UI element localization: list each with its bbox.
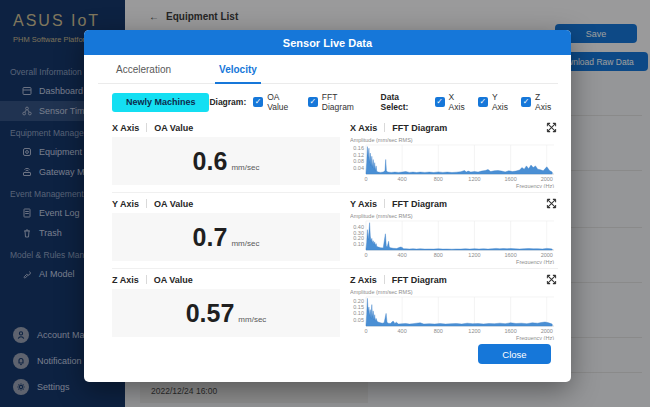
z-fft-block: Z Axis FFT Diagram Amplitude (mm/sec RMS… — [350, 272, 558, 340]
checkbox-fft-diagram[interactable]: ✓ FFT Diagram — [308, 92, 370, 112]
diagram-data-selectors: Diagram: ✓ OA Value ✓ FFT Diagram Data S… — [209, 92, 557, 112]
svg-text:Amplitude (mm/sec RMS): Amplitude (mm/sec RMS) — [350, 213, 413, 219]
header-divider — [384, 275, 385, 284]
svg-text:1600: 1600 — [504, 328, 516, 334]
svg-text:0: 0 — [364, 328, 367, 334]
x-oa-header: X Axis OA Value — [112, 120, 340, 135]
svg-text:0.04: 0.04 — [353, 165, 364, 171]
modal-title: Sensor Live Data — [283, 37, 372, 49]
z-oa-header: Z Axis OA Value — [112, 272, 340, 287]
svg-text:400: 400 — [398, 328, 407, 334]
svg-text:0.16: 0.16 — [353, 145, 364, 151]
svg-text:2000: 2000 — [541, 176, 553, 182]
oa-value-label: OA Value — [154, 123, 193, 133]
svg-text:1600: 1600 — [504, 176, 516, 182]
screen: ASUS IoT PHM Software Platform Overall I… — [0, 0, 650, 407]
y-fft-block: Y Axis FFT Diagram Amplitude (mm/sec RMS… — [350, 196, 558, 264]
checkbox-y-axis[interactable]: ✓ Y Axis — [478, 92, 514, 112]
fft-diagram-label: FFT Diagram — [392, 275, 447, 285]
svg-text:800: 800 — [434, 252, 443, 258]
y-oa-value-block: Y Axis OA Value 0.7 mm/sec — [112, 196, 340, 264]
z-fft-chart: Amplitude (mm/sec RMS)0.050.100.150.2004… — [350, 288, 557, 340]
svg-text:1200: 1200 — [468, 252, 480, 258]
svg-text:Frequency (Hz): Frequency (Hz) — [516, 183, 554, 188]
axis-label: Z Axis — [350, 275, 377, 285]
svg-text:800: 800 — [434, 328, 443, 334]
svg-text:2000: 2000 — [541, 252, 553, 258]
y-oa-header: Y Axis OA Value — [112, 196, 340, 211]
z-oa-value-block: Z Axis OA Value 0.57 mm/sec — [112, 272, 340, 340]
expand-fullscreen-icon[interactable] — [546, 122, 557, 133]
axis-label: Z Axis — [112, 275, 139, 285]
x-oa-value-panel: 0.6 mm/sec — [112, 137, 340, 185]
header-divider — [384, 199, 385, 208]
z-oa-value-panel: 0.57 mm/sec — [112, 289, 340, 337]
svg-text:0.05: 0.05 — [353, 317, 364, 323]
checkbox-x-axis[interactable]: ✓ X Axis — [435, 92, 471, 112]
svg-text:Amplitude (mm/sec RMS): Amplitude (mm/sec RMS) — [350, 289, 413, 295]
header-divider — [146, 275, 147, 284]
svg-text:1600: 1600 — [504, 252, 516, 258]
header-divider — [146, 123, 147, 132]
controls-row: Newly Machines Diagram: ✓ OA Value ✓ FFT… — [84, 84, 571, 117]
svg-text:0.08: 0.08 — [353, 158, 364, 164]
svg-text:400: 400 — [398, 176, 407, 182]
svg-text:0.20: 0.20 — [353, 298, 364, 304]
x-fft-block: X Axis FFT Diagram Amplitude (mm/sec RMS… — [350, 120, 558, 188]
checkbox-checked-icon: ✓ — [478, 97, 488, 107]
y-fft-chart: Amplitude (mm/sec RMS)0.100.200.300.4004… — [350, 212, 557, 264]
modal-header: Sensor Live Data — [84, 30, 571, 55]
diagram-label: Diagram: — [209, 97, 246, 107]
oa-unit: mm/sec — [231, 163, 259, 172]
oa-unit: mm/sec — [231, 239, 259, 248]
svg-text:0.15: 0.15 — [353, 304, 364, 310]
svg-text:0.30: 0.30 — [353, 230, 364, 236]
sensor-live-data-modal: Sensor Live Data Acceleration Velocity N… — [84, 30, 571, 382]
modal-tabs: Acceleration Velocity — [98, 55, 558, 84]
x-fft-chart: Amplitude (mm/sec RMS)0.040.080.120.1604… — [350, 136, 557, 188]
svg-text:0.10: 0.10 — [353, 310, 364, 316]
checkbox-checked-icon: ✓ — [253, 97, 263, 107]
modal-footer: Close — [478, 344, 551, 365]
expand-fullscreen-icon[interactable] — [546, 198, 557, 209]
checkbox-checked-icon: ✓ — [521, 97, 531, 107]
fft-diagram-label: FFT Diagram — [392, 123, 447, 133]
svg-text:800: 800 — [434, 176, 443, 182]
oa-value: 0.6 — [193, 137, 228, 185]
svg-text:400: 400 — [398, 252, 407, 258]
tab-velocity[interactable]: Velocity — [215, 64, 261, 84]
oa-value-label: OA Value — [154, 199, 193, 209]
x-fft-header: X Axis FFT Diagram — [350, 120, 558, 135]
oa-unit: mm/sec — [238, 315, 266, 324]
axis-label: Y Axis — [350, 199, 377, 209]
z-axis-section: Z Axis OA Value 0.57 mm/sec Z Axis FFT D… — [112, 268, 558, 344]
svg-text:1200: 1200 — [468, 176, 480, 182]
axis-label: Y Axis — [112, 199, 139, 209]
y-fft-header: Y Axis FFT Diagram — [350, 196, 558, 211]
header-divider — [384, 123, 385, 132]
data-select-label: Data Select: — [381, 92, 428, 112]
svg-text:0.40: 0.40 — [353, 224, 364, 230]
fft-diagram-label: FFT Diagram — [392, 199, 447, 209]
checkbox-oa-value[interactable]: ✓ OA Value — [253, 92, 301, 112]
svg-text:2000: 2000 — [541, 328, 553, 334]
tab-acceleration[interactable]: Acceleration — [112, 64, 175, 83]
svg-text:0.12: 0.12 — [353, 152, 364, 158]
svg-text:Frequency (Hz): Frequency (Hz) — [516, 335, 554, 340]
close-button[interactable]: Close — [478, 344, 551, 364]
axis-sections: X Axis OA Value 0.6 mm/sec X Axis FFT Di… — [84, 117, 571, 344]
oa-value: 0.7 — [193, 213, 228, 261]
svg-text:1200: 1200 — [468, 328, 480, 334]
svg-text:0: 0 — [364, 252, 367, 258]
axis-label: X Axis — [350, 123, 377, 133]
x-axis-section: X Axis OA Value 0.6 mm/sec X Axis FFT Di… — [112, 117, 558, 192]
expand-fullscreen-icon[interactable] — [546, 274, 557, 285]
header-divider — [146, 199, 147, 208]
checkbox-z-axis[interactable]: ✓ Z Axis — [521, 92, 557, 112]
oa-value: 0.57 — [186, 289, 235, 337]
svg-text:Amplitude (mm/sec RMS): Amplitude (mm/sec RMS) — [350, 137, 413, 143]
machine-selector-button[interactable]: Newly Machines — [112, 93, 209, 112]
checkbox-checked-icon: ✓ — [435, 97, 445, 107]
oa-value-label: OA Value — [154, 275, 193, 285]
svg-text:0: 0 — [364, 176, 367, 182]
